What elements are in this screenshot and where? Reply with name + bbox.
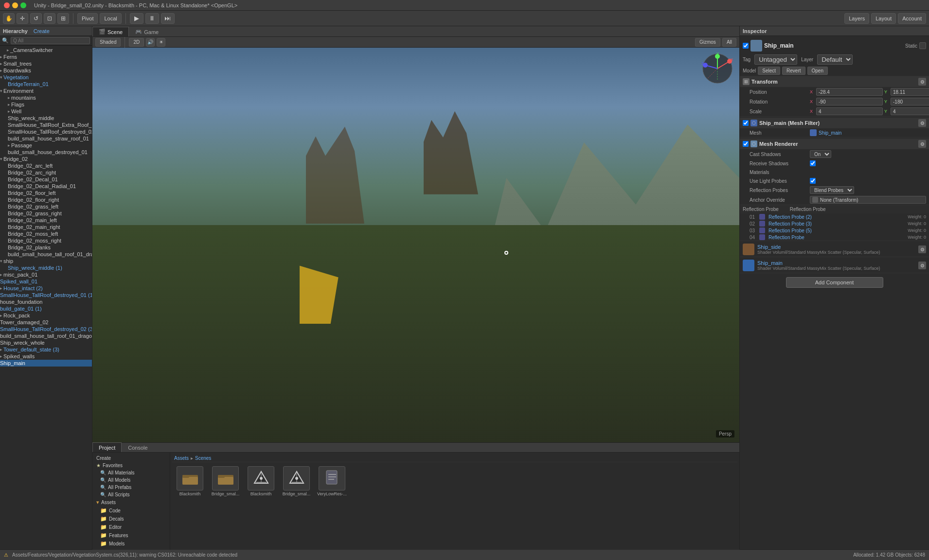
rot-y-input[interactable] bbox=[891, 98, 929, 105]
list-item[interactable]: Bridge_02_grass_right bbox=[0, 210, 92, 217]
list-item[interactable]: ▾ship bbox=[0, 258, 92, 264]
fav-materials[interactable]: 🔍 All Materials bbox=[94, 469, 168, 476]
list-item[interactable]: Bridge_02_floor_right bbox=[0, 196, 92, 203]
local-button[interactable]: Local bbox=[100, 13, 121, 24]
layout-dropdown[interactable]: Layout bbox=[871, 13, 896, 24]
list-item[interactable]: ▸Tower_default_state (3) bbox=[0, 346, 92, 353]
list-item[interactable]: ▸Flags bbox=[0, 101, 92, 108]
layers-dropdown[interactable]: Layers bbox=[844, 13, 869, 24]
gizmos-button[interactable]: Gizmos bbox=[695, 38, 720, 47]
static-dropdown[interactable] bbox=[919, 42, 926, 49]
list-item[interactable]: build_small_house_straw_roof_01 bbox=[0, 135, 92, 142]
material-name-1[interactable]: Ship_side bbox=[757, 244, 880, 250]
list-item[interactable]: build_small_house_tall_roof_01_dragon... bbox=[0, 332, 92, 339]
list-item[interactable]: Bridge_02_main_left bbox=[0, 217, 92, 224]
list-item[interactable]: Bridge_02_arc_right bbox=[0, 169, 92, 176]
list-item[interactable]: Ship_wreck_middle bbox=[0, 115, 92, 122]
mat2-settings[interactable]: ⚙ bbox=[918, 262, 926, 269]
folder-editor[interactable]: 📁 Editor bbox=[94, 523, 168, 531]
list-item[interactable]: SmallHouse_TallRoof_destroyed_02 (3) bbox=[0, 326, 92, 332]
cast-shadows-dropdown[interactable]: On bbox=[810, 150, 831, 158]
transform-tool-rotate[interactable]: ↺ bbox=[30, 13, 42, 24]
breadcrumb-scenes[interactable]: Scenes bbox=[195, 455, 211, 461]
mesh-filter-settings[interactable]: ⚙ bbox=[918, 119, 926, 127]
list-item[interactable]: ▸Passage bbox=[0, 142, 92, 149]
list-item[interactable]: Tower_damaged_02 bbox=[0, 319, 92, 326]
hierarchy-create[interactable]: Create bbox=[34, 28, 50, 34]
project-create[interactable]: Create bbox=[94, 455, 168, 462]
audio-button[interactable]: 🔊 bbox=[146, 38, 155, 47]
folder-models[interactable]: 📁 Models bbox=[94, 540, 168, 548]
receive-shadows-checkbox[interactable] bbox=[810, 160, 816, 166]
select-button[interactable]: Select bbox=[758, 67, 780, 75]
list-item[interactable]: ▾Environment bbox=[0, 88, 92, 94]
folder-decals[interactable]: 📁 Decals bbox=[94, 515, 168, 523]
list-item[interactable]: ▾Bridge_02 bbox=[0, 156, 92, 162]
list-item[interactable]: Bridge_02_moss_left bbox=[0, 230, 92, 237]
reflection-probes-dropdown[interactable]: Blend Probes bbox=[810, 186, 854, 194]
scene-viewport[interactable]: Persp X Y Z bbox=[92, 48, 739, 442]
list-item[interactable]: Ship_wreck_middle (1) bbox=[0, 264, 92, 271]
list-item[interactable]: SmallHouse_TallRoof_Extra_Roof_dama... bbox=[0, 122, 92, 128]
asset-bridge-folder[interactable]: Bridge_smal... bbox=[210, 466, 241, 496]
layer-dropdown[interactable]: Default bbox=[817, 54, 853, 65]
list-item[interactable]: Ship_wreck_whole bbox=[0, 339, 92, 346]
scale-x-input[interactable] bbox=[816, 107, 883, 115]
list-item[interactable]: ▸mountains bbox=[0, 94, 92, 101]
material-name-2[interactable]: Ship_main bbox=[757, 260, 880, 266]
mesh-filter-header[interactable]: ⬡ Ship_main (Mesh Filter) ⚙ bbox=[740, 118, 929, 128]
rp-name[interactable]: Reflection Probe (2) bbox=[768, 214, 906, 220]
list-item[interactable]: BridgeTerrain_01 bbox=[0, 81, 92, 88]
shaded-button[interactable]: Shaded bbox=[95, 38, 121, 47]
fav-prefabs[interactable]: 🔍 All Prefabs bbox=[94, 484, 168, 491]
list-item[interactable]: ▾Vegetation bbox=[0, 74, 92, 81]
list-item[interactable]: ▸House_intact (2) bbox=[0, 285, 92, 292]
tag-dropdown[interactable]: Untagged bbox=[754, 54, 797, 65]
pause-button[interactable]: ⏸ bbox=[145, 13, 159, 24]
all-button[interactable]: All bbox=[722, 38, 736, 47]
mesh-renderer-enabled[interactable] bbox=[743, 141, 749, 147]
transform-header[interactable]: ⊞ Transform ⚙ bbox=[740, 76, 929, 87]
mat1-settings[interactable]: ⚙ bbox=[918, 245, 926, 253]
rp-name[interactable]: Reflection Probe bbox=[768, 235, 906, 240]
asset-blacksmith-unity[interactable]: Blacksmith bbox=[245, 466, 277, 496]
list-item[interactable]: ▸Boardwalks bbox=[0, 67, 92, 74]
tab-scene[interactable]: 🎬 Scene bbox=[92, 27, 129, 36]
list-item[interactable]: Bridge_02_planks bbox=[0, 244, 92, 251]
mesh-filter-enabled[interactable] bbox=[743, 120, 749, 126]
mesh-renderer-settings[interactable]: ⚙ bbox=[918, 140, 926, 148]
rp-name[interactable]: Reflection Probe (3) bbox=[768, 221, 906, 227]
transform-tool-rect[interactable]: ⊞ bbox=[57, 13, 69, 24]
pos-x-input[interactable] bbox=[816, 88, 883, 96]
list-item[interactable]: build_small_house_destroyed_01 bbox=[0, 149, 92, 156]
close-button[interactable] bbox=[4, 2, 10, 8]
asset-bridge-unity[interactable]: Bridge_smal... bbox=[281, 466, 312, 496]
folder-particles[interactable]: 📁 Particles bbox=[94, 548, 168, 550]
list-item[interactable]: Bridge_02_main_right bbox=[0, 224, 92, 230]
transform-tool-scale[interactable]: ⊡ bbox=[44, 13, 55, 24]
mesh-renderer-header[interactable]: ⬡ Mesh Renderer ⚙ bbox=[740, 139, 929, 149]
folder-code[interactable]: 📁 Code bbox=[94, 507, 168, 515]
scene-gizmo[interactable]: X Y Z bbox=[700, 52, 734, 86]
asset-verylowres[interactable]: VeryLowRes-... bbox=[316, 466, 348, 496]
tab-console[interactable]: Console bbox=[122, 442, 154, 452]
list-item[interactable]: ▸Small_trees bbox=[0, 60, 92, 67]
transform-settings-btn[interactable]: ⚙ bbox=[918, 78, 926, 86]
open-button[interactable]: Open bbox=[807, 67, 828, 75]
tab-project[interactable]: Project bbox=[92, 442, 122, 452]
window-controls[interactable] bbox=[4, 2, 26, 8]
breadcrumb-assets[interactable]: Assets bbox=[174, 455, 189, 461]
list-item[interactable]: Bridge_02_floor_left bbox=[0, 190, 92, 196]
favorites-header[interactable]: ★ Favorites bbox=[94, 462, 168, 469]
list-item[interactable]: ▸Rock_pack bbox=[0, 312, 92, 319]
assets-header[interactable]: ▾ Assets bbox=[94, 498, 168, 507]
list-item[interactable]: ▸misc_pack_01 bbox=[0, 271, 92, 278]
play-button[interactable]: ▶ bbox=[130, 13, 143, 24]
step-button[interactable]: ⏭ bbox=[161, 13, 175, 24]
list-item[interactable]: Bridge_02_arc_left bbox=[0, 162, 92, 169]
list-item[interactable]: build_gate_01 (1) bbox=[0, 305, 92, 312]
list-item-ship-main[interactable]: Ship_main bbox=[0, 360, 92, 367]
use-light-probes-checkbox[interactable] bbox=[810, 178, 816, 184]
rp-name[interactable]: Reflection Probe (5) bbox=[768, 228, 906, 233]
revert-button[interactable]: Revert bbox=[782, 67, 805, 75]
